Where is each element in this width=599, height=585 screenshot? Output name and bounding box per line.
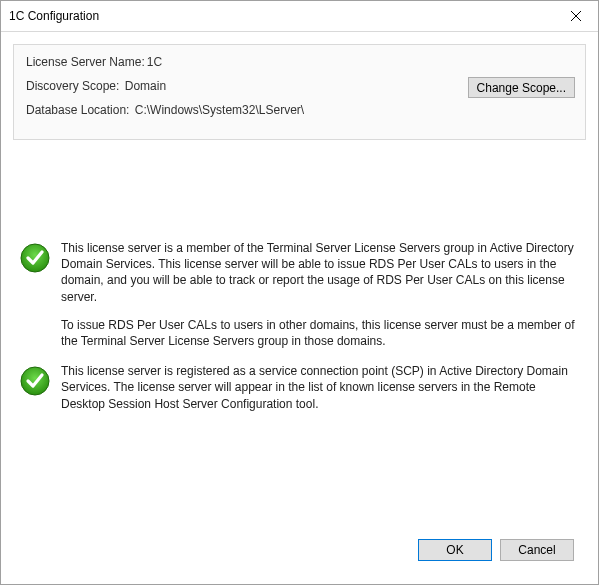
spacer (19, 140, 580, 240)
database-location-row: Database Location: C:\Windows\System32\L… (26, 103, 573, 117)
svg-point-2 (21, 244, 49, 272)
success-icon (19, 242, 51, 274)
license-server-name-row: License Server Name: 1C (26, 55, 573, 69)
database-location-value: C:\Windows\System32\LServer\ (135, 103, 304, 117)
messages-area: This license server is a member of the T… (13, 140, 586, 528)
license-server-name-label: License Server Name: (26, 55, 145, 69)
group-membership-message: This license server is a member of the T… (19, 240, 580, 349)
scp-registration-p1: This license server is registered as a s… (61, 363, 580, 412)
discovery-scope-label: Discovery Scope: (26, 79, 119, 93)
scp-registration-text: This license server is registered as a s… (61, 363, 580, 412)
discovery-scope-value: Domain (125, 79, 166, 93)
group-membership-p1: This license server is a member of the T… (61, 240, 580, 305)
close-button[interactable] (554, 1, 598, 31)
success-icon (19, 365, 51, 397)
ok-button[interactable]: OK (418, 539, 492, 561)
change-scope-button[interactable]: Change Scope... (468, 77, 575, 98)
group-membership-p2: To issue RDS Per User CALs to users in o… (61, 317, 580, 349)
window-title: 1C Configuration (9, 9, 99, 23)
close-icon (571, 11, 581, 21)
group-membership-text: This license server is a member of the T… (61, 240, 580, 349)
footer-buttons: OK Cancel (13, 528, 586, 572)
info-panel: License Server Name: 1C Discovery Scope:… (13, 44, 586, 140)
cancel-button[interactable]: Cancel (500, 539, 574, 561)
titlebar: 1C Configuration (1, 1, 598, 32)
content-area: License Server Name: 1C Discovery Scope:… (1, 32, 598, 584)
scp-registration-message: This license server is registered as a s… (19, 363, 580, 412)
config-window: 1C Configuration License Server Name: 1C… (0, 0, 599, 585)
svg-point-3 (21, 367, 49, 395)
database-location-label: Database Location: (26, 103, 129, 117)
license-server-name-value: 1C (147, 55, 162, 69)
